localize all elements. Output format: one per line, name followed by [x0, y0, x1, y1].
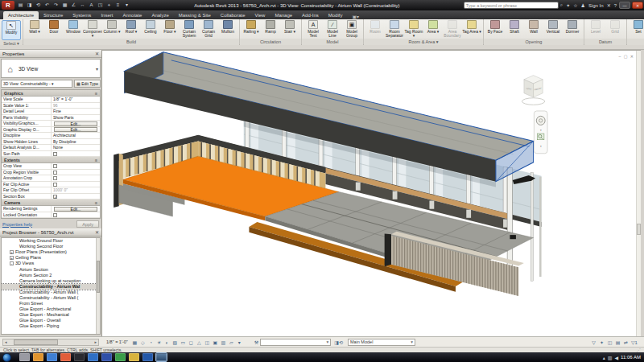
section-icon[interactable]: ⌖	[105, 2, 113, 9]
tab-structure[interactable]: Structure	[39, 11, 68, 19]
workset-icon[interactable]: ⚒	[254, 339, 258, 345]
property-value[interactable]	[52, 151, 100, 157]
expand-icon[interactable]: +	[10, 256, 14, 260]
properties-help-link[interactable]: Properties help	[2, 222, 76, 227]
visual-style-icon[interactable]: ◔	[147, 339, 155, 346]
tab-systems[interactable]: Systems	[68, 11, 96, 19]
workset-select[interactable]: ▾	[260, 339, 331, 346]
canvas-scrollbar[interactable]	[636, 51, 641, 337]
design-option-select[interactable]: Main Model▾	[348, 339, 415, 346]
tag-area-button[interactable]: Tag Area ▾	[462, 20, 481, 39]
view-window-buttons[interactable]: – ▢ ✕	[619, 54, 634, 59]
expand-icon[interactable]: +	[10, 250, 14, 254]
open-icon[interactable]: ▤	[17, 2, 24, 9]
reveal-hidden-icon[interactable]: ▣	[212, 339, 219, 346]
browser-icon[interactable]	[60, 353, 71, 361]
ceiling-button[interactable]: Ceiling	[141, 20, 160, 39]
internet-explorer-icon[interactable]	[47, 353, 57, 361]
property-value[interactable]	[52, 182, 100, 187]
more-icon[interactable]: ▾	[236, 339, 243, 346]
constraints-icon[interactable]: ▱	[228, 339, 235, 346]
property-value[interactable]: Edit...	[52, 121, 100, 126]
collapse-icon[interactable]: -	[10, 261, 14, 265]
customize-qat-icon[interactable]: ▾	[123, 2, 130, 9]
tab-massing-site[interactable]: Massing & Site	[174, 11, 216, 19]
start-button[interactable]	[2, 353, 11, 362]
modify-button[interactable]: ↖Modify	[2, 20, 21, 40]
section-graphics[interactable]: Graphics≡	[2, 90, 100, 97]
room-separator-button[interactable]: Room Separator	[385, 20, 404, 39]
thin-lines-icon[interactable]: ≡	[114, 2, 122, 9]
project-browser-header[interactable]: Project Browser - 56750_Arch.rvt ✕	[0, 228, 101, 237]
property-value[interactable]: Fine	[52, 109, 100, 114]
dormer-button[interactable]: Dormer	[563, 20, 582, 39]
tree-item-3d-views[interactable]: -3D Views	[2, 261, 100, 266]
revit-taskbar-icon[interactable]	[156, 353, 167, 361]
scale-icon[interactable]: ▦	[131, 339, 138, 346]
edit-type-button[interactable]: ▦ Edit Type	[74, 80, 101, 88]
tab-modify[interactable]: Modify	[324, 11, 348, 19]
window-button[interactable]: Window	[64, 20, 83, 39]
exchange-icon[interactable]: ✦	[566, 2, 570, 8]
property-value[interactable]: ✓	[52, 194, 100, 200]
model-text-button[interactable]: AModel Text	[303, 20, 323, 39]
mullion-button[interactable]: Mullion	[218, 20, 237, 39]
wall-button[interactable]: Wall ▾	[25, 20, 44, 39]
tree-item-constructability-atrium-wall-[interactable]: Constructability - Atrium Wall (	[2, 295, 100, 301]
tree-item-glue-export-piping[interactable]: Glue Export - Piping	[2, 323, 100, 329]
by-face-button[interactable]: By Face	[485, 20, 505, 39]
folder-icon[interactable]	[129, 353, 139, 361]
tree-item-atrium-section-2[interactable]: Atrium Section 2	[2, 273, 100, 278]
browser-horizontal-scrollbar[interactable]: ◂▸	[2, 339, 99, 346]
checkbox-unchecked[interactable]	[53, 164, 57, 168]
tab-state-toggle[interactable]: ▣▾	[352, 14, 359, 19]
door-button[interactable]: Door	[44, 20, 64, 39]
properties-palette-header[interactable]: Properties ✕	[0, 50, 101, 58]
undo-icon[interactable]: ↶	[43, 2, 51, 9]
reload-latest-icon[interactable]: ⟲	[339, 339, 343, 345]
media-app-icon[interactable]	[33, 353, 43, 361]
editable-only-icon[interactable]: ✦	[598, 339, 605, 346]
model-line-button[interactable]: ∕Model Line	[323, 20, 342, 39]
close-button[interactable]: ✕	[632, 2, 643, 9]
volume-icon[interactable]: ◀	[614, 355, 618, 360]
show-hidden-icons[interactable]: ▴	[603, 355, 605, 360]
filter-icon[interactable]: ▽1	[630, 339, 638, 346]
drawing-area[interactable]: LEFT FRONT ▾ ▾ – ▢ ✕	[102, 50, 641, 336]
model-3d-view[interactable]: LEFT FRONT ▾ ▾	[102, 51, 636, 337]
select-links-icon[interactable]: ⇄	[622, 339, 630, 346]
default-3d-view-icon[interactable]: ◳	[97, 2, 104, 9]
tab-annotate[interactable]: Annotate	[118, 11, 147, 19]
checkbox-unchecked[interactable]	[53, 176, 57, 180]
tab-manage[interactable]: Manage	[270, 11, 297, 19]
view-scale-control[interactable]: 1/8" = 1'-0"	[106, 339, 128, 344]
close-icon[interactable]: ✕	[95, 51, 99, 56]
column-button[interactable]: Column ▾	[102, 20, 122, 39]
floor-button[interactable]: Floor ▾	[160, 20, 180, 39]
tree-item-glue-export-overall[interactable]: Glue Export - Overall	[2, 318, 100, 323]
save-icon[interactable]: ◨	[26, 2, 33, 9]
tree-item-glue-export-mechanical[interactable]: Glue Export - Mechanical	[2, 312, 100, 318]
property-value[interactable]: Edit...	[52, 127, 100, 133]
steering-wheel-icon[interactable]	[536, 116, 545, 125]
outlook-icon[interactable]	[88, 353, 98, 361]
exchange-apps-icon[interactable]: ✕	[607, 2, 611, 8]
print-icon[interactable]: ▦	[61, 2, 68, 9]
area-button[interactable]: Area ▾	[423, 20, 443, 39]
edit-button[interactable]: Edit...	[54, 127, 97, 132]
navigation-bar[interactable]: ▾ ▾	[534, 111, 547, 154]
tree-item-constructability-atrium-wall-[interactable]: Constructability - Atrium Wall (	[2, 290, 100, 295]
tree-item-floor-plans-presentation-[interactable]: +Floor Plans (Presentation)	[2, 249, 100, 255]
component-button[interactable]: Component ▾	[83, 20, 102, 39]
curtain-system-button[interactable]: Curtain System	[180, 20, 199, 39]
tag-room-button[interactable]: Tag Room ▾	[404, 20, 423, 39]
lock-view-icon[interactable]: △	[196, 339, 203, 346]
property-value[interactable]: 1/8" = 1'-0"	[52, 97, 100, 102]
tree-item-constructability-atrium-wal[interactable]: Constructability - Atrium Wal	[2, 284, 100, 290]
checkbox-unchecked[interactable]	[53, 213, 57, 217]
worksharing-display-icon[interactable]: ▽	[590, 339, 597, 346]
stair-button[interactable]: Stair ▾	[280, 20, 299, 39]
tab-add-ins[interactable]: Add-Ins	[297, 11, 324, 19]
tree-item-ceiling-plans[interactable]: +Ceiling Plans	[2, 255, 100, 261]
search-tool-icon[interactable]	[74, 353, 85, 361]
